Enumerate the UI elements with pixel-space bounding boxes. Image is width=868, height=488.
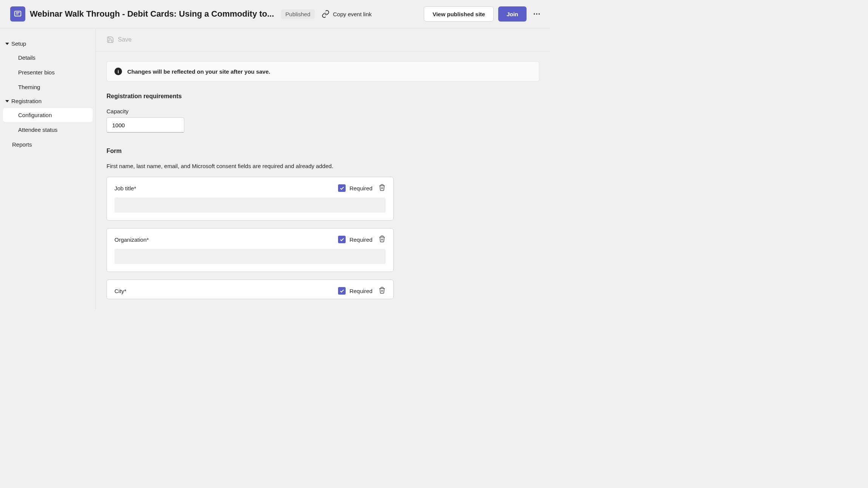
svg-point-4 (536, 13, 537, 14)
form-input-preview (114, 249, 386, 264)
more-options-button[interactable] (531, 10, 542, 18)
form-input-preview (114, 198, 386, 213)
nav-group-registration[interactable]: Registration (3, 95, 93, 107)
form-field-label: Job title* (114, 185, 338, 191)
webinar-app-icon (10, 6, 25, 22)
form-field-card: Job title* Required (107, 177, 394, 221)
nav-group-label: Setup (11, 40, 26, 47)
trash-icon (378, 235, 386, 242)
nav-item-presenter-bios[interactable]: Presenter bios (3, 65, 93, 79)
required-checkbox[interactable] (338, 287, 346, 295)
main-content: Save i Changes will be reflected on your… (96, 28, 550, 309)
copy-link-label: Copy event link (333, 11, 372, 17)
nav-item-theming[interactable]: Theming (3, 80, 93, 94)
delete-field-button[interactable] (378, 184, 386, 192)
form-field-card: Organization* Required (107, 228, 394, 272)
form-field-label: City* (114, 288, 338, 294)
nav-group-setup[interactable]: Setup (3, 37, 93, 50)
save-icon (107, 36, 114, 43)
sidebar: Setup Details Presenter bios Theming Reg… (0, 28, 96, 309)
info-icon: i (114, 68, 122, 75)
save-bar: Save (96, 28, 550, 51)
nav-item-configuration[interactable]: Configuration (3, 108, 93, 122)
link-icon (321, 10, 330, 18)
trash-icon (378, 287, 386, 294)
caret-down-icon (5, 43, 9, 45)
form-description: First name, last name, email, and Micros… (107, 163, 539, 169)
page-title: Webinar Walk Through - Debit Cards: Usin… (30, 9, 274, 19)
nav-item-reports[interactable]: Reports (3, 137, 93, 151)
form-field-label: Organization* (114, 236, 338, 243)
save-button[interactable]: Save (118, 36, 131, 43)
status-badge: Published (281, 9, 315, 19)
header: Webinar Walk Through - Debit Cards: Usin… (0, 0, 550, 28)
required-checkbox[interactable] (338, 184, 346, 192)
view-published-site-button[interactable]: View published site (424, 6, 494, 22)
capacity-label: Capacity (107, 108, 539, 114)
trash-icon (378, 184, 386, 191)
required-label: Required (349, 288, 372, 294)
required-checkbox[interactable] (338, 236, 346, 243)
nav-group-label: Registration (11, 98, 42, 104)
form-field-card: City* Required (107, 280, 394, 299)
copy-event-link[interactable]: Copy event link (321, 10, 372, 18)
nav-item-attendee-status[interactable]: Attendee status (3, 123, 93, 137)
section-title-registration-requirements: Registration requirements (107, 93, 539, 100)
check-icon (340, 186, 344, 191)
delete-field-button[interactable] (378, 287, 386, 295)
section-title-form: Form (107, 148, 539, 154)
required-label: Required (349, 236, 372, 243)
info-text: Changes will be reflected on your site a… (127, 68, 270, 75)
required-label: Required (349, 185, 372, 191)
delete-field-button[interactable] (378, 235, 386, 244)
svg-point-3 (534, 13, 535, 14)
more-horizontal-icon (533, 10, 541, 18)
svg-rect-0 (15, 11, 21, 16)
info-banner: i Changes will be reflected on your site… (107, 61, 539, 82)
nav-item-details[interactable]: Details (3, 51, 93, 65)
caret-down-icon (5, 100, 9, 102)
check-icon (340, 237, 344, 242)
join-button[interactable]: Join (498, 6, 527, 22)
check-icon (340, 289, 344, 293)
capacity-input[interactable] (107, 117, 184, 133)
svg-point-5 (539, 13, 540, 14)
